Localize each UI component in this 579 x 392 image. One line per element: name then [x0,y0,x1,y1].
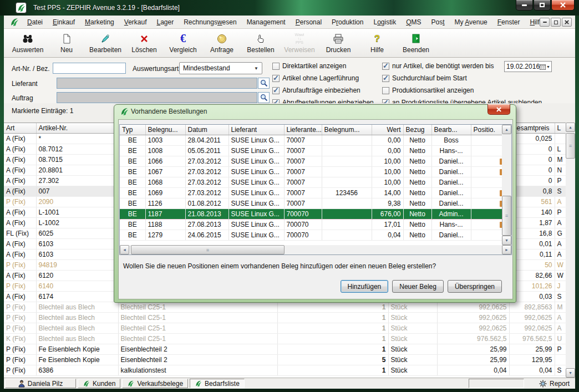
table-row[interactable]: P (Fix)Blechteil aus BlechBlechteil C25-… [4,302,566,312]
mdi-restore-button[interactable] [551,18,561,27]
scrollbar-thumb[interactable]: ≡ [502,196,511,236]
table-row[interactable]: BE106827.03.2012SUSE Linux G...7000710,0… [120,177,503,187]
taskbar-item-kunden[interactable]: Kunden [78,379,120,388]
hilfe-button[interactable]: ? Hilfe [358,30,397,57]
hinzufuegen-button[interactable]: Hinzufügen [341,280,389,293]
scroll-up-icon[interactable]: ▲ [566,123,575,132]
checkbox-option[interactable]: Abrufaufträge einbeziehen [272,84,374,96]
report-button[interactable]: Report [535,379,574,388]
dialog-horizontal-scrollbar[interactable]: ◄ ≡ ► [120,245,511,254]
auswerten-button[interactable]: Auswerten [8,30,47,57]
scrollbar-thumb[interactable]: ≡ [131,245,285,254]
lieferant-input[interactable] [57,78,257,89]
table-row[interactable]: BE127924.06.2015SUSE Linux G...7000700,0… [120,230,503,240]
verweisen-button[interactable]: Wawi↑↓PPS Verweisen [280,30,319,57]
column-header[interactable]: Typ [120,125,145,135]
table-row[interactable]: BE100328.04.2011SUSE Linux G...700070,00… [120,135,503,145]
menu-item[interactable]: Management [242,18,291,26]
menu-item[interactable]: Lager [151,18,179,26]
table-row[interactable]: BE106627.03.2012SUSE Linux G...7000710,0… [120,156,503,166]
menu-item[interactable]: Fenster [492,18,525,26]
neu-button[interactable]: Neu [47,30,86,57]
column-header[interactable]: Datum [185,125,228,135]
scrollbar-thumb[interactable]: ≡ [566,133,575,159]
scroll-down-icon[interactable]: ▼ [502,236,511,245]
vergleich-button[interactable]: € Vergleich [164,30,202,57]
artnr-input[interactable] [53,63,126,74]
checkbox-option[interactable]: Produktionsartikel anzeigen [382,84,542,96]
mdi-close-button[interactable] [562,18,572,27]
table-row[interactable]: BE106727.03.2012SUSE Linux G...7000710,0… [120,166,503,177]
lieferant-search-button[interactable] [258,78,270,89]
date-field[interactable]: 19.02.2016 ▼ [504,61,552,72]
menu-item[interactable]: Post [426,18,450,26]
table-row[interactable]: P (Fix)Blechteil aus BlechBlechteil C25-… [4,323,566,333]
checkbox-option[interactable]: Artikel ohne Lagerführung [272,72,374,84]
table-row[interactable]: P (Fix)6386kalkulationstest1Stück0,040,0… [4,365,566,375]
menu-item[interactable]: Einkauf [48,18,80,26]
checkbox-box[interactable] [382,87,389,94]
auftrag-search-button[interactable] [258,92,270,103]
minimize-button[interactable] [516,0,533,11]
menu-item[interactable]: Logistik [368,18,401,26]
bearbeiten-button[interactable]: Bearbeiten [86,30,125,57]
auswertungsart-select[interactable]: Mindestbestand ▼ [179,62,262,74]
main-vertical-scrollbar[interactable]: ▲ ≡ ▼ [566,123,575,378]
drucken-button[interactable]: Drucken [319,30,358,57]
column-header[interactable]: Lieferant [228,125,284,135]
anfrage-button[interactable]: Anfrage [202,30,241,57]
checkbox-box[interactable] [272,63,280,70]
auftrag-input[interactable] [57,92,257,103]
column-header[interactable]: Bezug [403,125,431,135]
checkbox-option[interactable]: Direktartikel anzeigen [272,60,374,72]
menu-item[interactable]: QMS [401,18,426,26]
dialog-close-button[interactable] [487,104,510,115]
taskbar-item-bedarfsliste[interactable]: Bedarfsliste [190,379,245,388]
menu-item[interactable]: Personal [291,18,327,26]
beenden-button[interactable]: Beenden [397,30,435,57]
table-row[interactable]: BE106927.03.2012SUSE Linux G...700071234… [120,187,503,198]
user-panel[interactable]: Daniela Pilz [5,379,76,388]
menu-item[interactable]: Rechnungswesen [179,18,241,26]
column-header[interactable]: Artikel-Nr. [36,123,118,133]
table-row[interactable]: P (Fix)Fe Eisenblech KopieEisenblechteil… [4,344,566,354]
menu-item[interactable]: Datei [22,18,48,26]
column-header[interactable]: Belegnu... [145,125,185,135]
menu-item[interactable]: Produktion [327,18,368,26]
table-row[interactable]: BE112601.08.2012SUSE Linux G...700079,38… [120,198,503,208]
column-header[interactable]: L [555,123,566,133]
scroll-up-icon[interactable]: ▲ [502,125,511,134]
loeschen-button[interactable]: Löschen [125,30,164,57]
menu-item[interactable]: Verkauf [119,18,152,26]
column-header[interactable]: Wert [372,125,403,135]
calendar-icon[interactable]: ▼ [540,64,550,70]
table-row[interactable]: P (Fix)Fe Eisenblech KopieEisenblechteil… [4,354,566,365]
menu-item[interactable]: Marketing [80,18,119,26]
column-header[interactable]: Positio. [471,125,503,135]
column-header[interactable]: Lieferante... [284,125,322,135]
restore-button[interactable] [534,0,551,11]
table-row[interactable]: BE118827.08.2013SUSE Linux G...70007017,… [120,219,503,230]
scroll-right-icon[interactable]: ► [502,245,511,254]
table-row[interactable]: BE118721.08.2013SUSE Linux G...700070676… [120,208,503,219]
checkbox-option[interactable]: Suchdurchlauf beim Start [382,72,542,84]
column-header[interactable]: Art [4,123,36,133]
dialog-vertical-scrollbar[interactable]: ▲ ≡ ▼ [502,125,511,245]
bestellen-button[interactable]: Bestellen [241,30,280,57]
scroll-left-icon[interactable]: ◄ [120,245,129,254]
ueberspringen-button[interactable]: Überspringen [448,280,502,293]
table-row[interactable]: P (Fix)Blechteil aus BlechBlechteil C25-… [4,312,566,323]
table-row[interactable]: BE100805.05.2011SUSE Linux G...700070,00… [120,145,503,156]
close-button[interactable] [551,0,575,11]
checkbox-box[interactable] [382,75,389,82]
column-header[interactable]: Belegnum... [322,125,372,135]
neuer-beleg-button[interactable]: Neuer Beleg [392,280,444,293]
checkbox-box[interactable] [272,87,280,94]
checkbox-box[interactable] [382,63,389,70]
menu-item[interactable]: My Avenue [450,18,492,26]
column-header[interactable]: Bearb... [431,125,471,135]
checkbox-box[interactable] [272,75,280,82]
mdi-minimize-button[interactable] [540,18,550,27]
table-row[interactable]: K (Fix)Blechteil aus BlechBlechteil C25-… [4,333,566,344]
taskbar-item-verkaufsbelege[interactable]: Verkaufsbelege [122,379,188,388]
